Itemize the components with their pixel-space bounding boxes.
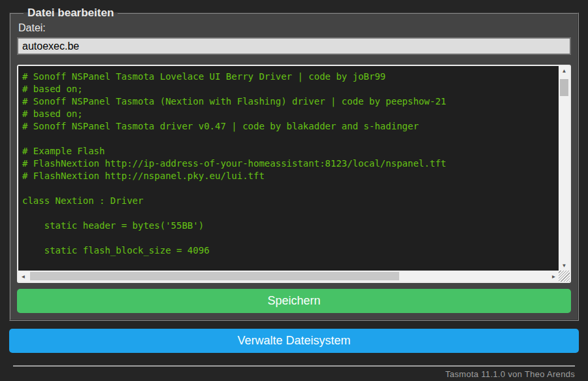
footer: Tasmota 11.1.0 von Theo Arends [9, 365, 579, 379]
fieldset-legend: Datei bearbeiten [24, 7, 118, 20]
scroll-right-icon[interactable]: ► [549, 271, 559, 282]
manage-filesystem-button[interactable]: Verwalte Dateisystem [9, 329, 579, 353]
horizontal-scrollbar[interactable]: ◄ ► [18, 271, 559, 282]
code-editor-frame: ▲ ▼ ◄ ► [17, 65, 571, 283]
vertical-scrollbar[interactable]: ▲ ▼ [559, 66, 570, 271]
code-editor-textarea[interactable] [18, 66, 559, 271]
horizontal-scrollbar-thumb[interactable] [30, 272, 399, 280]
file-name-label: Datei: [18, 22, 571, 34]
vertical-scrollbar-thumb[interactable] [560, 79, 568, 96]
scroll-left-icon[interactable]: ◄ [18, 271, 28, 282]
page-container: Datei bearbeiten Datei: ▲ ▼ ◄ ► Speicher… [9, 7, 579, 379]
file-edit-fieldset: Datei bearbeiten Datei: ▲ ▼ ◄ ► Speicher… [9, 7, 579, 321]
footer-divider [13, 365, 575, 367]
scroll-up-icon[interactable]: ▲ [559, 66, 570, 76]
resize-grip[interactable] [559, 271, 570, 282]
footer-version-text: Tasmota 11.1.0 von Theo Arends [9, 369, 579, 379]
save-button[interactable]: Speichern [17, 289, 571, 313]
scroll-down-icon[interactable]: ▼ [559, 261, 570, 271]
file-name-input[interactable] [17, 37, 571, 55]
